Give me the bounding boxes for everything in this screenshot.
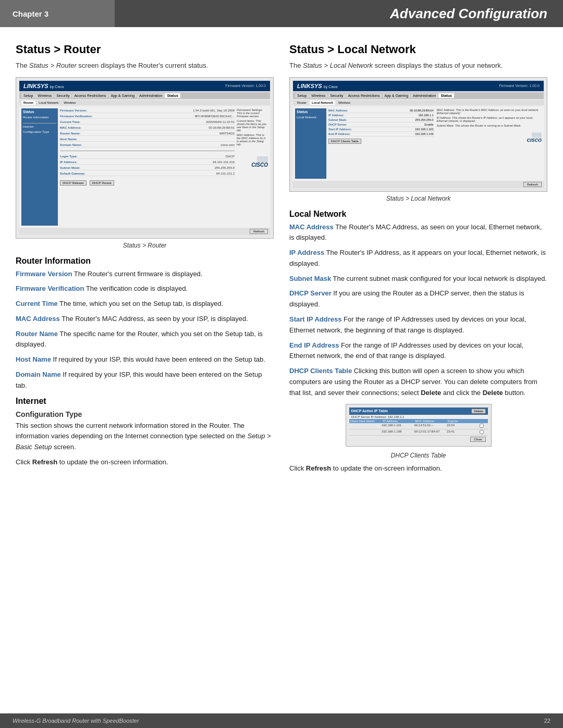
config-type-label: Configuration Type	[23, 130, 56, 133]
dhcp-table-header: Client Host Name IP Address MAC Address …	[349, 419, 488, 423]
term-ln-ip: IP Address The Router's IP Address, as i…	[289, 248, 547, 269]
dhcp-renew-button[interactable]: DHCP Renew	[90, 180, 114, 186]
ln-start-ip-row: Start IP Address: 192.168.1.100	[328, 127, 434, 132]
ln-local-network-label: Local Network	[297, 116, 325, 119]
local-network-section-title: Status > Local Network	[289, 43, 547, 56]
footer-left-text: Wireless-G Broadband Router with SpeedBo…	[13, 718, 139, 724]
internet-label: Internet	[23, 123, 56, 128]
dhcp-release-button[interactable]: DHCP Release	[60, 180, 87, 186]
router-intro: The Status > Router screen displays the …	[16, 60, 274, 71]
left-column: Status > Router The Status > Router scre…	[16, 43, 274, 472]
ln-mac-note: MAC Address: This is the Router's MAC Ad…	[437, 108, 542, 115]
dhcp-row2-checkbox[interactable]	[480, 430, 484, 434]
dhcp-table-title-bar: DHCP Active IP Table Delete	[349, 408, 488, 415]
term-current-time: Current Time The time, which you set on …	[16, 299, 274, 310]
ln-content: Status Local Network MAC Address: 00:16:…	[293, 106, 544, 181]
mac-notice: MAC Address: This is the MAC Address As …	[237, 133, 268, 146]
dhcp-close-button[interactable]: Close	[470, 437, 485, 442]
row-router-name: Router Name: WRT54GS	[60, 131, 235, 136]
row-host: Host Name:	[60, 137, 235, 142]
dhcp-table-delete-button[interactable]: Delete	[471, 409, 485, 414]
ln-refresh-button[interactable]: Refresh	[523, 182, 542, 187]
ln-sub-nav-wireless: Wireless	[336, 101, 352, 105]
dhcp-col-mac: MAC Address	[414, 419, 447, 423]
dhcp-col-expires: Expires	[447, 419, 480, 423]
perm-notice: Permanent Settings: This is the current …	[237, 108, 268, 118]
dhcp-close-area: Close	[349, 436, 488, 443]
router-screenshot-caption: Status > Router	[16, 242, 274, 249]
term-host-name: Host Name If required by your ISP, this …	[16, 354, 274, 365]
dhcp-clients-table-screenshot: DHCP Active IP Table Delete DHCP Server …	[346, 404, 492, 447]
ln-linksys-header: LINKSYS by Cisco Firmware Version: 1.00.…	[293, 81, 544, 91]
local-network-intro: The Status > Local Network screen displa…	[289, 60, 547, 71]
nav-admin: Administration	[137, 93, 164, 98]
ln-ip-note: IP Address: This shows the Router's IP A…	[437, 116, 542, 122]
row-domain: Domain Name: cisco.com	[60, 143, 235, 147]
ln-nav-tabs: Setup Wireless Security Access Restricti…	[293, 92, 544, 99]
footer-page-number: 22	[544, 718, 550, 724]
ln-linksys-logo: LINKSYS by Cisco	[297, 83, 338, 89]
dhcp-clients-table-button[interactable]: DHCP Clients Table	[328, 139, 361, 144]
router-left-panel: Status Router Information Internet Confi…	[21, 108, 58, 226]
status-label: Status	[23, 110, 56, 114]
row-ip: IP Address: 64.101.151.216	[60, 160, 235, 165]
ln-nav-setup: Setup	[295, 93, 309, 98]
term-domain-name: Domain Name If required by your ISP, thi…	[16, 369, 274, 391]
term-ln-dhcp-clients: DHCP Clients Table Clicking this button …	[289, 366, 547, 398]
router-section-title: Status > Router	[16, 43, 274, 56]
ln-nav-access: Access Restrictions	[346, 93, 382, 98]
ln-refresh-bar: Refresh	[293, 181, 544, 188]
current-item-notice: Current Items: This shows the items as y…	[237, 119, 268, 132]
nav-tabs-mini: Setup Wireless Security Access Restricti…	[19, 92, 270, 99]
sub-nav-wireless: Wireless	[62, 101, 78, 105]
term-fw-version: Firmware Version The Router's current fi…	[16, 269, 274, 280]
refresh-button-mini[interactable]: Refresh	[250, 229, 268, 234]
right-column: Status > Local Network The Status > Loca…	[289, 43, 547, 472]
linksys-logo: LINKSYS by Cisco	[23, 83, 64, 89]
dhcp-row-1: 192.168.1.101 00:14:51:51:-- 23:54	[349, 423, 488, 429]
term-ln-end-ip: End IP Address For the range of IP Addre…	[289, 340, 547, 362]
ln-nav-status: Status	[438, 93, 454, 98]
ln-screenshot-caption: Status > Local Network	[289, 195, 547, 202]
dhcp-table-caption: DHCP Clients Table	[289, 452, 547, 459]
right-info-panel: Permanent Settings: This is the current …	[237, 108, 268, 226]
row-login-type: Login Type: DHCP	[60, 154, 235, 159]
term-fw-verification: Firmware Verification The verification c…	[16, 283, 274, 294]
firmware-status: Firmware Version: 1.00.0	[225, 84, 266, 88]
dhcp-row1-checkbox[interactable]	[480, 424, 484, 428]
ln-ip-row: IP Address: 192.168.1.1	[328, 113, 434, 118]
row-fw-ver: Firmware Version: 1.54.3 build 001, Sep …	[60, 108, 235, 113]
nav-wireless: Wireless	[35, 93, 54, 98]
divider-internet	[60, 151, 235, 151]
header-bar: Chapter 3 Advanced Configuration	[0, 0, 563, 27]
chapter-label: Chapter 3	[0, 0, 115, 27]
nav-security: Security	[54, 93, 71, 98]
content-area: Status > Router The Status > Router scre…	[0, 27, 563, 483]
term-mac-address: MAC Address The Router's MAC Address, as…	[16, 314, 274, 325]
ln-sub-nav-local: Local Network	[310, 101, 335, 105]
ln-nav-apps: App & Gaming	[383, 93, 411, 98]
dhcp-col-ip: IP Address	[382, 419, 414, 423]
term-ln-start-ip: Start IP Address For the range of IP Add…	[289, 314, 547, 336]
ln-mac-row: MAC Address: 00:16:B6:29:B6:64	[328, 108, 434, 113]
row-fw-verif: Firmware Verification: 8FC4F989FDE0C83CE…	[60, 114, 235, 119]
nav-apps: App & Gaming	[109, 93, 137, 98]
router-content-area: Status Router Information Internet Confi…	[19, 106, 270, 228]
ln-sub-nav: Router Local Network Wireless	[293, 100, 544, 105]
term-ln-mac: MAC Address The Router's MAC Address, as…	[289, 222, 547, 244]
dhcp-col-hostname: Client Host Name	[349, 419, 382, 423]
ln-dhcp-clients-btn-area: DHCP Clients Table	[328, 139, 434, 144]
row-subnet: Subnet Mask: 255.255.255.8	[60, 166, 235, 170]
router-info-heading: Router Information	[16, 256, 274, 266]
ln-nav-admin: Administration	[411, 93, 438, 98]
linksys-header: LINKSYS by Cisco Firmware Version: 1.00.…	[19, 81, 270, 91]
ln-end-ip-row: End IP Address: 192.168.1.149	[328, 132, 434, 137]
ln-cisco-logo: ░░░CISCO	[437, 127, 542, 143]
dhcp-row-2: 192.168.1.108 00:12:01:17:B4:07 23:41	[349, 429, 488, 436]
chapter-text: Chapter 3	[13, 9, 48, 18]
ln-subnet-row: Subnet Mask: 255.255.255.0	[328, 118, 434, 122]
router-screenshot: LINKSYS by Cisco Firmware Version: 1.00.…	[16, 77, 274, 239]
right-refresh-note: Click Refresh to update the on-screen in…	[289, 464, 547, 472]
dhcp-table-subtitle: DHCP Server IP Address: 192.168.1.1	[349, 415, 488, 419]
ln-nav-wireless: Wireless	[309, 93, 327, 98]
